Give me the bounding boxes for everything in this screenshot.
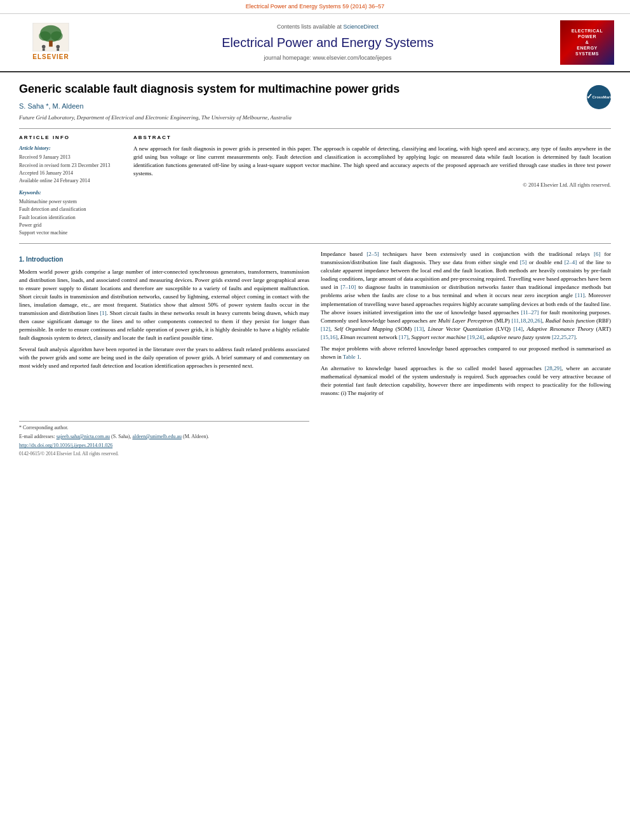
keyword-2: Fault detection and classification <box>19 206 121 213</box>
article-info-panel: ARTICLE INFO Article history: Received 9… <box>19 134 121 237</box>
paper-title: Generic scalable fault diagnosis system … <box>19 82 611 97</box>
journal-header: ELSEVIER Contents lists available at Sci… <box>0 14 630 72</box>
sciencedirect-line: Contents lists available at ScienceDirec… <box>102 23 554 31</box>
citation-text: Electrical Power and Energy Systems 59 (… <box>246 3 385 10</box>
body-columns: 1. Introduction Modern world power grids… <box>19 250 611 458</box>
keywords-label: Keywords: <box>19 189 121 196</box>
elsevier-brand-text: ELSEVIER <box>32 53 69 62</box>
corresponding-note: * Corresponding author. <box>19 424 309 432</box>
svg-rect-8 <box>57 48 59 51</box>
abstract-text: A new approach for fault diagnosis in po… <box>133 145 611 178</box>
intro-heading: 1. Introduction <box>19 255 309 265</box>
journal-citation: Electrical Power and Energy Systems 59 (… <box>0 0 630 14</box>
ref-1: [1] <box>100 310 107 316</box>
article-info-heading: ARTICLE INFO <box>19 134 121 141</box>
email-line: E-mail addresses: sajeeb.saha@nicta.com.… <box>19 433 309 441</box>
keyword-3: Fault location identification <box>19 214 121 221</box>
elsevier-tree-icon <box>32 23 70 51</box>
revised-date: Received in revised form 23 December 201… <box>19 162 121 169</box>
svg-point-5 <box>42 45 46 49</box>
svg-point-3 <box>51 31 63 41</box>
footnote-section: * Corresponding author. E-mail addresses… <box>19 421 309 458</box>
main-content-area: ✓ CrossMark Generic scalable fault diagn… <box>0 72 630 467</box>
issn-line: 0142-0615/© 2014 Elsevier Ltd. All right… <box>19 451 309 458</box>
email-1-link[interactable]: sajeeb.saha@nicta.com.au <box>57 434 110 439</box>
journal-url: journal homepage: www.elsevier.com/locat… <box>102 54 554 62</box>
paper-header: ✓ CrossMark Generic scalable fault diagn… <box>19 82 611 122</box>
intro-para-1: Modern world power grids comprise a larg… <box>19 268 309 342</box>
history-label: Article history: <box>19 145 121 152</box>
journal-name: Electrical Power and Energy Systems <box>102 34 554 51</box>
elsevier-logo: ELSEVIER <box>13 20 89 65</box>
sciencedirect-link[interactable]: ScienceDirect <box>344 23 379 30</box>
doi-link[interactable]: http://dx.doi.org/10.1016/j.ijepes.2014.… <box>19 442 309 450</box>
keyword-1: Multimachine power system <box>19 198 121 205</box>
keyword-5: Support vector machine <box>19 229 121 236</box>
email-2-link[interactable]: aldeen@unimelb.edu.au <box>132 434 182 439</box>
svg-point-2 <box>39 31 51 41</box>
affiliation-line: Future Grid Laboratory, Department of El… <box>19 114 611 122</box>
right-para-3: An alternative to knowledge based approa… <box>321 364 611 397</box>
cover-thumbnail: ELECTRICALPOWER&ENERGYSYSTEMS <box>560 20 614 65</box>
header-divider <box>19 128 611 129</box>
left-body-column: 1. Introduction Modern world power grids… <box>19 250 309 458</box>
journal-cover-image: ELECTRICALPOWER&ENERGYSYSTEMS <box>560 20 617 65</box>
crossmark-container: ✓ CrossMark <box>587 85 611 109</box>
keyword-4: Power grid <box>19 222 121 229</box>
authors-line: S. Saha *, M. Aldeen <box>19 102 611 111</box>
copyright-line: © 2014 Elsevier Ltd. All rights reserved… <box>133 182 611 189</box>
publisher-logo-area: ELSEVIER <box>13 20 95 65</box>
right-body-column: Impedance based [2–5] techniques have be… <box>321 250 611 458</box>
svg-rect-7 <box>43 48 45 51</box>
svg-point-6 <box>56 45 60 49</box>
abstract-panel: ABSTRACT A new approach for fault diagno… <box>133 134 611 237</box>
info-abstract-section: ARTICLE INFO Article history: Received 9… <box>19 134 611 237</box>
received-date: Received 9 January 2013 <box>19 154 121 161</box>
section-divider <box>19 243 611 244</box>
intro-para-2: Several fault analysis algorithm have be… <box>19 345 309 370</box>
available-date: Available online 24 February 2014 <box>19 177 121 184</box>
abstract-heading: ABSTRACT <box>133 134 611 141</box>
right-para-2: The major problems with above referred k… <box>321 345 611 361</box>
crossmark-badge: ✓ CrossMark <box>587 85 611 109</box>
svg-rect-4 <box>49 41 53 46</box>
footnote-area: * Corresponding author. E-mail addresses… <box>19 421 309 458</box>
right-para-1: Impedance based [2–5] techniques have be… <box>321 250 611 342</box>
accepted-date: Accepted 16 January 2014 <box>19 170 121 177</box>
keywords-section: Keywords: Multimachine power system Faul… <box>19 189 121 236</box>
journal-title-area: Contents lists available at ScienceDirec… <box>102 23 554 62</box>
